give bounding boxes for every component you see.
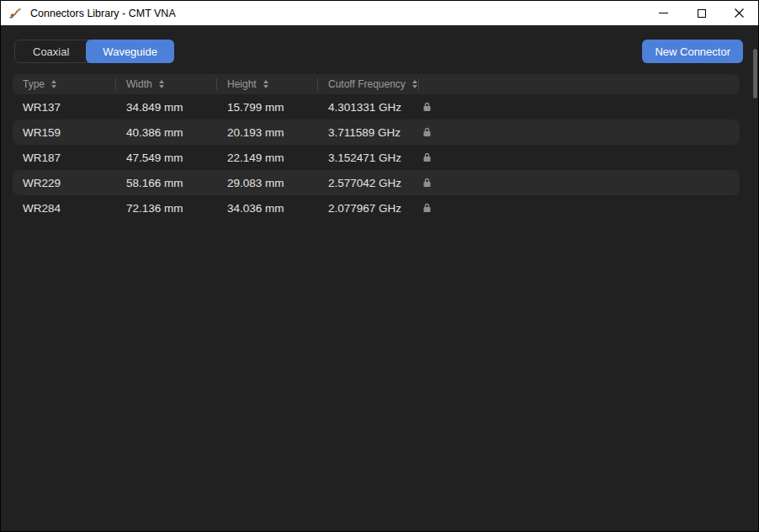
table-row[interactable]: WR229 58.166 mm 29.083 mm 2.577042 GHz [13, 170, 740, 195]
tab-coaxial[interactable]: Coaxial [15, 40, 87, 62]
cell-type: WR137 [13, 101, 116, 114]
sort-icon [412, 80, 417, 88]
lock-icon [419, 203, 432, 213]
cell-height: 20.193 mm [217, 126, 318, 139]
tab-waveguide[interactable]: Waveguide [86, 40, 174, 63]
cell-width: 58.166 mm [116, 177, 217, 189]
cell-height: 15.799 mm [217, 101, 318, 114]
cell-width: 34.849 mm [116, 101, 217, 114]
cell-cutoff-frequency: 2.077967 GHz [318, 202, 419, 215]
connectors-table: Type Width Height Cutoff Frequency [13, 74, 740, 221]
cell-cutoff-frequency: 2.577042 GHz [318, 177, 419, 189]
maximize-button[interactable] [682, 1, 720, 25]
content-area: Coaxial Waveguide New Connector Type Wid… [1, 25, 758, 531]
lock-icon [419, 152, 432, 162]
titlebar: Connectors Library - CMT VNA [1, 1, 758, 25]
new-connector-button[interactable]: New Connector [642, 40, 743, 63]
table-row[interactable]: WR187 47.549 mm 22.149 mm 3.152471 GHz [13, 145, 740, 170]
close-button[interactable] [720, 1, 758, 25]
column-header-width[interactable]: Width [116, 74, 217, 94]
app-icon [8, 7, 23, 20]
window-title: Connectors Library - CMT VNA [30, 8, 176, 19]
column-header-height[interactable]: Height [217, 74, 318, 94]
cell-width: 40.386 mm [116, 126, 217, 139]
lock-icon [419, 178, 432, 188]
connector-type-tabs: Coaxial Waveguide [14, 40, 174, 63]
table-row[interactable]: WR137 34.849 mm 15.799 mm 4.301331 GHz [13, 94, 740, 120]
cell-height: 29.083 mm [217, 177, 318, 189]
window-controls [645, 1, 758, 25]
sort-icon [263, 80, 268, 88]
cell-width: 47.549 mm [116, 152, 217, 164]
vertical-scrollbar-thumb[interactable] [753, 49, 757, 98]
table-row[interactable]: WR159 40.386 mm 20.193 mm 3.711589 GHz [13, 120, 740, 145]
cell-height: 22.149 mm [217, 152, 318, 164]
lock-icon [419, 102, 432, 112]
sort-icon [159, 80, 164, 88]
cell-cutoff-frequency: 3.711589 GHz [318, 126, 419, 139]
column-header-type[interactable]: Type [13, 74, 116, 94]
cell-cutoff-frequency: 3.152471 GHz [318, 152, 419, 164]
cell-type: WR284 [13, 202, 116, 215]
cell-width: 72.136 mm [116, 202, 217, 215]
cell-type: WR187 [13, 152, 116, 164]
minimize-icon [659, 13, 668, 13]
cell-height: 34.036 mm [217, 202, 318, 215]
cell-type: WR159 [13, 126, 116, 139]
connectors-library-window: Connectors Library - CMT VNA Coaxial Wav… [0, 0, 759, 532]
sort-icon [51, 80, 56, 88]
toolbar: Coaxial Waveguide New Connector [14, 40, 743, 63]
cell-type: WR229 [13, 177, 116, 189]
table-body: WR137 34.849 mm 15.799 mm 4.301331 GHz W… [13, 94, 740, 221]
close-icon [735, 8, 744, 18]
lock-icon [419, 127, 432, 137]
cell-cutoff-frequency: 4.301331 GHz [318, 101, 419, 114]
maximize-icon [698, 9, 706, 18]
table-header: Type Width Height Cutoff Frequency [13, 74, 740, 94]
table-row[interactable]: WR284 72.136 mm 34.036 mm 2.077967 GHz [13, 195, 740, 221]
minimize-button[interactable] [645, 1, 682, 25]
column-header-cutoff-frequency[interactable]: Cutoff Frequency [318, 74, 419, 94]
